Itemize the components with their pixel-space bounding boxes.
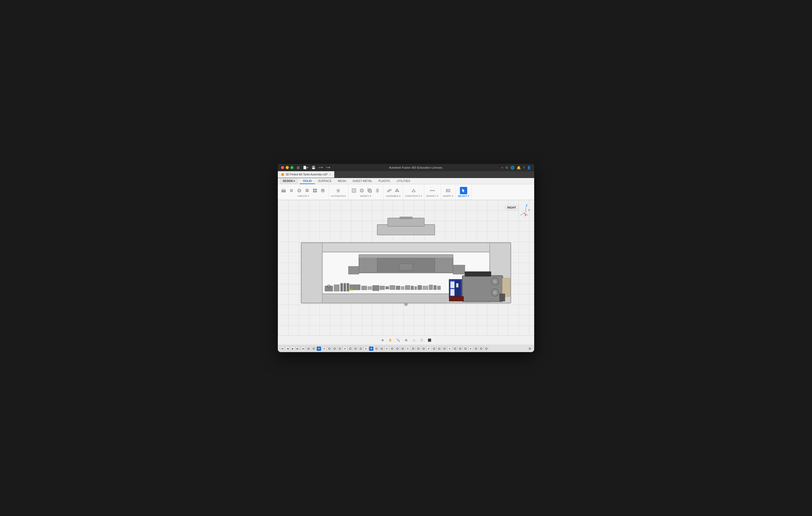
svg-rect-72 [411, 286, 413, 290]
modify-combine-btn[interactable] [366, 187, 373, 194]
status-comp-25[interactable]: 🔲 [432, 346, 436, 351]
minimize-button[interactable] [286, 166, 289, 169]
visual-style-icon[interactable]: ⬡ [419, 337, 425, 343]
status-comp-19[interactable]: 🔲 [400, 346, 405, 351]
maximize-button[interactable] [290, 166, 293, 169]
refresh-icon[interactable]: ↻ [505, 166, 508, 170]
status-comp-10[interactable]: 🔲 [353, 346, 358, 351]
document-tab-bar: 🟠 3D Printed Wii Tanks Assembly v16* × [278, 171, 534, 178]
create-extrude-btn[interactable] [280, 187, 287, 194]
globe-icon[interactable]: 🌐 [511, 166, 515, 170]
status-comp-27[interactable]: 🔲 [442, 346, 447, 351]
status-prev-btn[interactable]: ◀ [285, 346, 290, 351]
design-dropdown[interactable]: DESIGN ▾ [280, 179, 298, 184]
settings-btn[interactable]: ⚙ [527, 346, 532, 351]
select-btn[interactable] [460, 187, 467, 194]
create-pattern-btn[interactable] [311, 187, 319, 194]
status-comp-35[interactable]: 🔲 [484, 346, 489, 351]
status-comp-23[interactable]: 🔲 [421, 346, 426, 351]
status-comp-9[interactable]: 🔲 [348, 346, 353, 351]
svg-rect-96 [449, 297, 464, 301]
bottom-toolbar: ⊕ ✋ 🔍 ⊞ □ ⬡ ⬛ [278, 335, 534, 345]
status-comp-17[interactable]: 🔲 [390, 346, 395, 351]
close-button[interactable] [281, 166, 284, 169]
orbit-icon[interactable]: ⊕ [380, 337, 385, 343]
status-comp-7[interactable]: 🔲 [338, 346, 342, 351]
modify-align-btn[interactable] [374, 187, 381, 194]
svg-marker-25 [377, 188, 378, 189]
document-tab[interactable]: 🟠 3D Printed Wii Tanks Assembly v16* × [278, 171, 334, 178]
insert-group: INSERT ▾ [441, 184, 456, 200]
status-next-step-btn[interactable]: ▶| [296, 346, 300, 351]
status-end-btn[interactable]: ⏭ [301, 346, 306, 351]
status-comp-29[interactable]: 🔲 [453, 346, 457, 351]
status-comp-3[interactable]: 🔲 [317, 346, 321, 351]
status-comp-6[interactable]: 🔲 [332, 346, 337, 351]
create-revolve-btn[interactable] [288, 187, 295, 194]
status-comp-31[interactable]: 🔲 [463, 346, 468, 351]
select-icons [460, 187, 467, 194]
undo-icon[interactable]: ↩▾ [319, 166, 323, 170]
file-icon[interactable]: 📄▾ [303, 166, 309, 170]
pan-icon[interactable]: ✋ [387, 337, 393, 343]
status-comp-4[interactable]: ▶ [322, 346, 326, 351]
zoom-in-out-icon[interactable]: ⊞ [403, 337, 409, 343]
status-play-btn[interactable]: ▶ [290, 346, 295, 351]
create-icons [280, 187, 326, 194]
status-comp-15[interactable]: 🔲 [379, 346, 384, 351]
modify-fillet-btn[interactable] [350, 187, 357, 194]
status-comp-32[interactable]: ▶ [468, 346, 473, 351]
svg-rect-56 [334, 285, 339, 291]
grid-icon[interactable]: ⊞ [297, 165, 300, 170]
status-comp-28[interactable]: ▶ [447, 346, 452, 351]
inspect-measure-btn[interactable] [429, 187, 436, 194]
status-comp-18[interactable]: 🔲 [395, 346, 400, 351]
status-comp-2[interactable]: 🔲 [311, 346, 316, 351]
status-comp-34[interactable]: 🔲 [479, 346, 484, 351]
status-comp-14[interactable]: 🔲 [374, 346, 379, 351]
status-comp-21[interactable]: 🔲 [411, 346, 415, 351]
status-start-btn[interactable]: ⏮ [280, 346, 285, 351]
status-comp-1[interactable]: 🔲 [306, 346, 311, 351]
tab-plastic[interactable]: PLASTIC [375, 178, 394, 184]
help-icon[interactable]: ? [523, 166, 525, 170]
status-comp-30[interactable]: 🔲 [458, 346, 463, 351]
svg-point-5 [298, 189, 301, 192]
redo-icon[interactable]: ↪▾ [326, 166, 330, 170]
status-comp-12[interactable]: ▶ [364, 346, 368, 351]
assemble-joint-btn[interactable] [385, 187, 393, 194]
automate-btn[interactable] [335, 187, 342, 194]
status-comp-8[interactable]: ▶ [343, 346, 347, 351]
insert-image-btn[interactable] [444, 187, 452, 194]
status-comp-33[interactable]: 🔲 [473, 346, 478, 351]
add-icon[interactable]: + [501, 166, 503, 170]
create-more-btn[interactable] [319, 187, 326, 194]
viewport[interactable]: RIGHT Z Y X [278, 200, 534, 335]
svg-rect-60 [347, 283, 349, 291]
modify-shell-btn[interactable] [358, 187, 366, 194]
zoom-fit-icon[interactable]: 🔍 [395, 337, 401, 343]
tab-sheet-metal[interactable]: SHEET METAL [349, 178, 375, 184]
svg-rect-58 [341, 283, 343, 291]
status-comp-26[interactable]: 🔲 [437, 346, 442, 351]
status-comp-24[interactable]: ▶ [427, 346, 431, 351]
status-comp-22[interactable]: 🔲 [416, 346, 420, 351]
assemble-more-btn[interactable] [394, 187, 401, 194]
notification-icon[interactable]: 🔔 [517, 166, 521, 170]
tab-utilities[interactable]: UTILITIES [394, 178, 413, 184]
status-comp-13[interactable]: 🔲 [369, 346, 374, 351]
create-sphere-btn[interactable] [296, 187, 303, 194]
construct-plane-btn[interactable] [410, 187, 417, 194]
grid-icon[interactable]: ⬛ [427, 337, 432, 343]
tab-mesh[interactable]: MESH [335, 178, 349, 184]
status-comp-16[interactable]: ▶ [384, 346, 389, 351]
status-comp-20[interactable]: ▶ [405, 346, 410, 351]
tab-surface[interactable]: SURFACE [315, 178, 335, 184]
save-icon[interactable]: 💾 [312, 166, 316, 170]
tab-solid[interactable]: SOLID [300, 178, 315, 184]
create-cylinder-btn[interactable] [303, 187, 311, 194]
user-icon[interactable]: 👤 [527, 166, 531, 170]
status-comp-5[interactable]: 🔲 [327, 346, 332, 351]
display-mode-icon[interactable]: □ [411, 337, 417, 343]
status-comp-11[interactable]: 🔲 [358, 346, 363, 351]
